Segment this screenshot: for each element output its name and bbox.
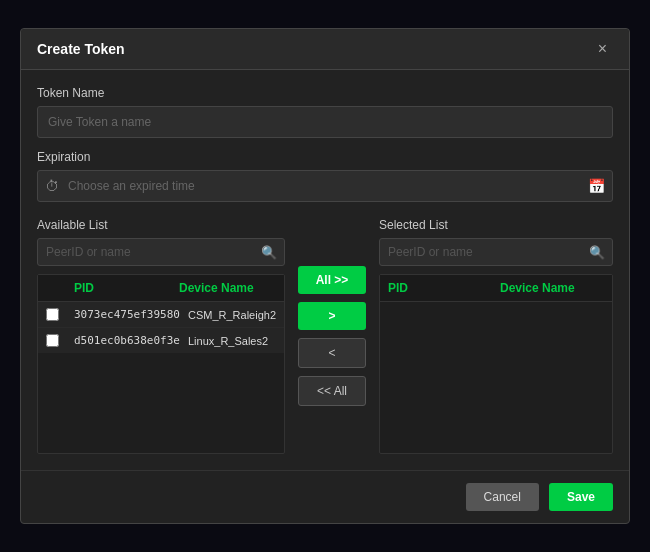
transfer-all-right-button[interactable]: All >>	[298, 266, 366, 294]
expiration-label: Expiration	[37, 150, 613, 164]
create-token-modal: Create Token × Token Name Expiration ⏱ 📅…	[20, 28, 630, 524]
selected-search-wrapper: 🔍	[379, 238, 613, 266]
selected-table-header: PID Device Name	[380, 275, 612, 302]
available-table-header: PID Device Name	[38, 275, 284, 302]
available-search-icon: 🔍	[261, 245, 277, 260]
modal-header: Create Token ×	[21, 29, 629, 70]
calendar-icon[interactable]: 📅	[588, 178, 605, 194]
selected-col-pid: PID	[388, 281, 492, 295]
row-device-2: Linux_R_Sales2	[188, 335, 276, 347]
available-list-label: Available List	[37, 218, 285, 232]
transfer-left-button[interactable]: <	[298, 338, 366, 368]
lists-container: Available List 🔍 PID Device Name 3073ec	[37, 218, 613, 454]
table-row: d501ec0b638e0f3e Linux_R_Sales2	[38, 328, 284, 353]
row-checkbox-1[interactable]	[46, 308, 59, 321]
available-col-pid: PID	[74, 281, 171, 295]
available-table-body: 3073ec475ef39580 CSM_R_Raleigh2 d501ec0b…	[38, 302, 284, 353]
transfer-right-button[interactable]: >	[298, 302, 366, 330]
token-name-input[interactable]	[37, 106, 613, 138]
row-pid-2: d501ec0b638e0f3e	[74, 334, 180, 347]
save-button[interactable]: Save	[549, 483, 613, 511]
available-search-input[interactable]	[37, 238, 285, 266]
row-device-1: CSM_R_Raleigh2	[188, 309, 276, 321]
selected-table: PID Device Name	[379, 274, 613, 454]
modal-title: Create Token	[37, 41, 125, 57]
available-search-wrapper: 🔍	[37, 238, 285, 266]
row-checkbox-2[interactable]	[46, 334, 59, 347]
expiration-wrapper: ⏱ 📅	[37, 170, 613, 202]
token-name-label: Token Name	[37, 86, 613, 100]
selected-list-label: Selected List	[379, 218, 613, 232]
expiration-input[interactable]	[37, 170, 613, 202]
modal-footer: Cancel Save	[21, 470, 629, 523]
available-list-panel: Available List 🔍 PID Device Name 3073ec	[37, 218, 285, 454]
transfer-all-left-button[interactable]: << All	[298, 376, 366, 406]
available-col-check	[46, 281, 66, 295]
cancel-button[interactable]: Cancel	[466, 483, 539, 511]
available-col-device: Device Name	[179, 281, 276, 295]
selected-search-input[interactable]	[379, 238, 613, 266]
table-row: 3073ec475ef39580 CSM_R_Raleigh2	[38, 302, 284, 328]
clock-icon: ⏱	[45, 178, 59, 194]
selected-list-panel: Selected List 🔍 PID Device Name	[379, 218, 613, 454]
available-table: PID Device Name 3073ec475ef39580 CSM_R_R…	[37, 274, 285, 454]
selected-col-device: Device Name	[500, 281, 604, 295]
selected-search-icon: 🔍	[589, 245, 605, 260]
modal-body: Token Name Expiration ⏱ 📅 Available List…	[21, 70, 629, 470]
transfer-buttons: All >> > < << All	[297, 218, 367, 406]
row-pid-1: 3073ec475ef39580	[74, 308, 180, 321]
close-button[interactable]: ×	[592, 39, 613, 59]
